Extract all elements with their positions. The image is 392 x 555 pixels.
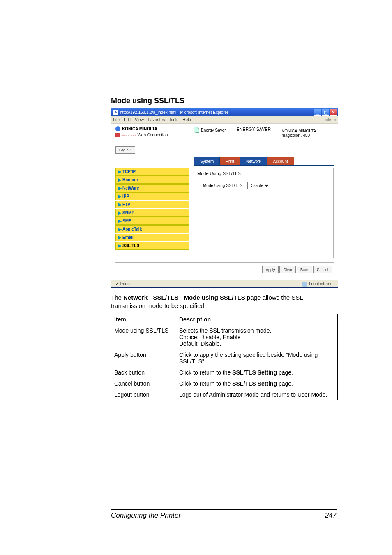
sidebar-label: IPP xyxy=(122,194,129,199)
model-line2: magicolor 7450 xyxy=(282,133,316,138)
sidebar-item-netware[interactable]: ▶NetWare xyxy=(115,184,189,192)
apply-button[interactable]: Apply xyxy=(262,266,279,273)
sidebar-label: SNMP xyxy=(122,210,134,215)
triangle-icon: ▶ xyxy=(118,219,122,223)
clear-button[interactable]: Clear xyxy=(279,266,296,273)
sidebar-label: FTP xyxy=(122,202,130,207)
pagescope-logo: Web Connection xyxy=(115,133,189,137)
menu-file[interactable]: File xyxy=(113,118,120,122)
links-area: Links » xyxy=(323,118,336,122)
section-heading: Mode using SSL/TLS xyxy=(111,97,337,105)
triangle-icon: ▶ xyxy=(118,186,122,190)
energy-saver-title: ENERGY SAVER xyxy=(237,127,271,132)
td-desc-bold: SSL/TLS Setting xyxy=(232,380,277,387)
menu-edit[interactable]: Edit xyxy=(124,118,131,122)
main-row: ▶TCP/IP ▶Bonjour ▶NetWare ▶IPP ▶FTP ▶SNM… xyxy=(115,168,334,258)
table-header-row: Item Description xyxy=(111,314,338,325)
td-desc: Selects the SSL transmission mode. Choic… xyxy=(176,325,338,349)
triangle-icon: ▶ xyxy=(118,202,122,207)
tab-print[interactable]: Print xyxy=(220,157,240,165)
tabs: System Print Network Account xyxy=(194,157,334,166)
logout-button[interactable]: Log out xyxy=(115,146,135,154)
td-item: Mode using SSL/TLS xyxy=(111,325,176,349)
td-desc-after: page. xyxy=(277,369,293,376)
triangle-icon: ▶ xyxy=(118,210,122,215)
back-button[interactable]: Back xyxy=(297,266,312,273)
sidebar-label: AppleTalk xyxy=(122,227,142,231)
status-done-text: Done xyxy=(120,282,130,286)
sidebar-item-tcpip[interactable]: ▶TCP/IP xyxy=(115,168,189,176)
menu-help[interactable]: Help xyxy=(182,118,191,122)
energy-column: Energy Saver ENERGY SAVER KONICA MINOLTA… xyxy=(194,126,334,154)
links-label[interactable]: Links xyxy=(323,118,332,122)
sidebar-item-smb[interactable]: ▶SMB xyxy=(115,217,189,225)
status-bar: ✔ Done Local intranet xyxy=(111,280,338,287)
td-item: Back button xyxy=(111,367,176,378)
cancel-button[interactable]: Cancel xyxy=(313,266,332,273)
energy-saver-link[interactable]: Energy Saver xyxy=(194,127,226,133)
window-title: http://192.168.1.2/a_index.html - Micros… xyxy=(120,110,228,115)
footer-row: Configuring the Printer 247 xyxy=(111,511,337,520)
sidebar-item-ftp[interactable]: ▶FTP xyxy=(115,201,189,208)
km-logo: KONICA MINOLTA xyxy=(115,126,189,131)
table-row: Mode using SSL/TLS Selects the SSL trans… xyxy=(111,325,338,349)
tab-network[interactable]: Network xyxy=(240,157,267,165)
model-info: KONICA MINOLTA magicolor 7450 xyxy=(282,127,316,138)
panel-field-label: Mode Using SSL/TLS xyxy=(203,183,242,188)
sidebar-label: SMB xyxy=(122,219,131,223)
table-row: Apply button Click to apply the setting … xyxy=(111,349,338,367)
page-footer: Configuring the Printer 247 xyxy=(111,509,337,520)
brand-column: KONICA MINOLTA Web Connection Log out xyxy=(115,126,189,154)
triangle-icon: ▶ xyxy=(118,243,122,248)
td-desc: Click to return to the SSL/TLS Setting p… xyxy=(176,367,338,378)
mode-select[interactable]: Disable xyxy=(247,182,270,189)
sidebar-label: SSL/TLS xyxy=(122,243,139,248)
page-content: KONICA MINOLTA Web Connection Log out En… xyxy=(111,124,338,280)
td-desc: Click to apply the setting specified bes… xyxy=(176,349,338,367)
window-titlebar: e http://192.168.1.2/a_index.html - Micr… xyxy=(111,108,338,116)
model-line1: KONICA MINOLTA xyxy=(282,129,316,133)
sidebar-item-email[interactable]: ▶Email xyxy=(115,234,189,241)
td-item: Logout button xyxy=(111,389,176,400)
km-brand-text: KONICA MINOLTA xyxy=(122,127,157,131)
footer-left: Configuring the Printer xyxy=(111,511,181,520)
page-header: KONICA MINOLTA Web Connection Log out En… xyxy=(115,126,334,154)
panel-title: Mode Using SSL/TLS xyxy=(197,171,330,176)
para-before: The xyxy=(111,294,123,301)
maximize-button[interactable]: ▢ xyxy=(322,109,329,116)
sidebar: ▶TCP/IP ▶Bonjour ▶NetWare ▶IPP ▶FTP ▶SNM… xyxy=(115,168,189,258)
td-item: Apply button xyxy=(111,349,176,367)
pagescope-icon xyxy=(115,133,120,137)
sidebar-label: Bonjour xyxy=(122,178,138,182)
status-zone-text: Local intranet xyxy=(309,282,334,286)
done-icon: ✔ xyxy=(115,282,119,286)
sidebar-item-snmp[interactable]: ▶SNMP xyxy=(115,209,189,217)
sidebar-label: TCP/IP xyxy=(122,169,136,174)
para-bold: Network - SSL/TLS - Mode using SSL/TLS xyxy=(123,294,245,301)
links-chevron-icon[interactable]: » xyxy=(334,118,336,122)
sidebar-item-bonjour[interactable]: ▶Bonjour xyxy=(115,176,189,184)
panel-field-row: Mode Using SSL/TLS Disable xyxy=(197,182,330,189)
th-item: Item xyxy=(111,314,176,325)
sidebar-item-appletalk[interactable]: ▶AppleTalk xyxy=(115,225,189,233)
minimize-button[interactable]: _ xyxy=(314,109,321,116)
sidebar-label: NetWare xyxy=(122,186,139,190)
leaf-icon xyxy=(194,127,199,133)
description-paragraph: The Network - SSL/TLS - Mode using SSL/T… xyxy=(111,294,337,310)
td-desc: Click to return to the SSL/TLS Setting p… xyxy=(176,378,338,389)
sidebar-item-ssltls[interactable]: ▶SSL/TLS xyxy=(115,242,189,250)
close-button[interactable]: ✕ xyxy=(330,109,337,116)
td-desc-bold: SSL/TLS Setting xyxy=(232,369,277,376)
menubar: File Edit View Favorites Tools Help Link… xyxy=(111,116,338,124)
titlebar-left: e http://192.168.1.2/a_index.html - Micr… xyxy=(113,110,228,115)
menu-tools[interactable]: Tools xyxy=(169,118,178,122)
tab-system[interactable]: System xyxy=(194,157,220,165)
menu-favorites[interactable]: Favorites xyxy=(148,118,165,122)
triangle-icon: ▶ xyxy=(118,178,122,182)
tab-account[interactable]: Account xyxy=(267,157,294,165)
menu-view[interactable]: View xyxy=(135,118,144,122)
td-desc: Logs out of Administrator Mode and retur… xyxy=(176,389,338,400)
table-row: Cancel button Click to return to the SSL… xyxy=(111,378,338,389)
td-item: Cancel button xyxy=(111,378,176,389)
sidebar-item-ipp[interactable]: ▶IPP xyxy=(115,192,189,200)
